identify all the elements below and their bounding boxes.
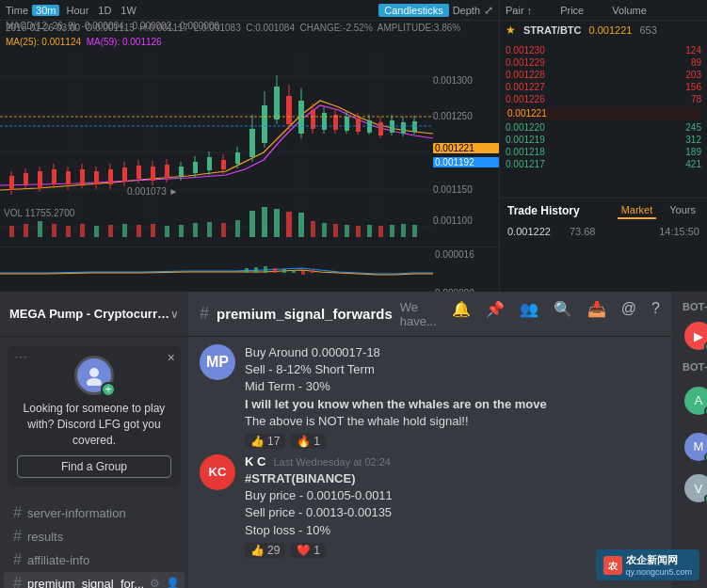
svg-text:0.001073 ►: 0.001073 ► xyxy=(127,186,178,197)
member-mp-bot[interactable]: M MP Bot BOT Listening to 2831/39035 On.… xyxy=(679,424,707,469)
pair-row[interactable]: ★ STRAT/BTC 0.001221 653 xyxy=(500,21,707,40)
lfg-avatar: + xyxy=(74,356,114,395)
price-labels: 0.001300 0.001250 0.001221 0.001192 0.00… xyxy=(433,49,499,246)
hash-icon: # xyxy=(200,304,209,324)
svg-rect-96 xyxy=(262,207,267,237)
msg-content-2: K C Last Wednesday at 02:24 #STRAT(BINAN… xyxy=(245,454,660,558)
tab-market[interactable]: Market xyxy=(618,202,657,219)
time-label: Time xyxy=(6,5,28,16)
user-icon: 👤 xyxy=(166,577,180,588)
svg-point-121 xyxy=(89,368,99,377)
expand-btn[interactable]: ⤢ xyxy=(484,4,493,17)
tab-yours[interactable]: Yours xyxy=(666,202,699,219)
svg-rect-87 xyxy=(137,225,141,237)
macd-formula: MACD(12, 26, 9): -0.000004, -0.000002, -… xyxy=(6,21,219,31)
svg-rect-109 xyxy=(412,225,417,237)
reaction-count-1: 17 xyxy=(267,435,280,448)
msg-buy: Buy price - 0.00105-0.0011 xyxy=(245,487,660,504)
pin-icon[interactable]: 📌 xyxy=(486,300,505,328)
svg-rect-89 xyxy=(165,226,169,237)
svg-rect-90 xyxy=(179,225,184,237)
member-mp-pump-timer[interactable]: ▶ MP Pump Timer BOT Playing Pump in 21:4… xyxy=(679,318,707,354)
30m-btn[interactable]: 30m xyxy=(32,5,59,16)
bell-icon[interactable]: 🔔 xyxy=(452,300,471,328)
close-icon[interactable]: × xyxy=(168,350,175,365)
msg-reactions-1: 👍 17 🔥 1 xyxy=(245,434,660,449)
channel-item-results[interactable]: # results xyxy=(4,525,185,548)
avatar-mp-pump-timer: ▶ xyxy=(684,322,707,350)
trade-vol: 73.68 xyxy=(570,226,596,237)
svg-rect-111 xyxy=(245,268,249,273)
svg-rect-78 xyxy=(9,226,14,237)
price-3: 0.001221 xyxy=(433,143,499,153)
channel-item-server-info[interactable]: # server-information xyxy=(4,501,185,524)
plus-icon: + xyxy=(101,382,116,397)
star-icon[interactable]: ★ xyxy=(506,24,516,37)
reaction-thumbs-2[interactable]: 👍 29 xyxy=(245,543,285,558)
svg-rect-84 xyxy=(94,226,99,237)
chart-toolbar: Time 30m Hour 1D 1W Candlesticks Depth ⤢ xyxy=(0,0,499,21)
svg-text:农: 农 xyxy=(607,561,619,571)
channel-item-premium[interactable]: # premium_signal_for... ⚙ 👤 xyxy=(4,572,185,588)
avatar-kc: KC xyxy=(200,454,235,490)
hour-btn[interactable]: Hour xyxy=(63,5,91,16)
svg-rect-88 xyxy=(151,224,155,237)
chevron-down-icon: ∨ xyxy=(170,308,179,321)
mention-icon[interactable]: @ xyxy=(621,300,636,328)
svg-rect-118 xyxy=(311,270,314,273)
members-icon[interactable]: 👥 xyxy=(520,300,538,328)
svg-rect-107 xyxy=(390,225,394,237)
svg-text:VOL 11755.2700: VOL 11755.2700 xyxy=(4,208,75,218)
candlestick-chart: 0.001073 ► VOL 11755.2700 xyxy=(0,49,433,246)
hash-icon: # xyxy=(13,504,22,521)
channel-name: server-information xyxy=(27,506,126,520)
col-pair: Pair ↑ xyxy=(506,5,532,16)
member-vortex[interactable]: V Vortex BOT Playing Type >>help xyxy=(679,470,707,506)
svg-rect-98 xyxy=(286,212,292,237)
svg-rect-85 xyxy=(108,225,113,237)
svg-rect-101 xyxy=(322,223,327,237)
channel-name: results xyxy=(27,530,63,544)
channel-item-affiliate[interactable]: # affiliate-info xyxy=(4,548,185,571)
msg-line-1: Buy Around 0.000017-18 xyxy=(245,344,660,361)
1d-btn[interactable]: 1D xyxy=(95,5,114,16)
channel-name: affiliate-info xyxy=(27,553,89,567)
candlesticks-btn[interactable]: Candlesticks xyxy=(378,4,448,17)
1w-btn[interactable]: 1W xyxy=(118,5,139,16)
svg-rect-80 xyxy=(38,221,42,237)
depth-btn[interactable]: Depth xyxy=(453,5,480,16)
hash-icon: # xyxy=(13,551,22,568)
svg-rect-95 xyxy=(249,211,255,237)
avatar-mp-pump: MP xyxy=(200,344,235,380)
svg-rect-83 xyxy=(80,224,85,237)
msg-timestamp-kc: Last Wednesday at 02:24 xyxy=(273,456,391,468)
pair-price: 0.001221 xyxy=(589,24,633,36)
chart-area: Time 30m Hour 1D 1W Candlesticks Depth ⤢… xyxy=(0,0,499,292)
reaction-heart[interactable]: ❤️ 1 xyxy=(291,543,326,558)
help-icon[interactable]: ? xyxy=(651,300,660,328)
msg-author-kc: K C xyxy=(245,454,265,469)
reaction-fire[interactable]: 🔥 1 xyxy=(291,434,326,449)
settings-icon[interactable]: ⚙ xyxy=(150,577,160,588)
inbox-icon[interactable]: 📥 xyxy=(587,300,606,328)
message-2: KC K C Last Wednesday at 02:24 #STRAT(BI… xyxy=(200,454,660,558)
svg-point-122 xyxy=(87,378,102,386)
find-group-button[interactable]: Find a Group xyxy=(17,455,171,478)
svg-rect-91 xyxy=(193,223,198,237)
svg-rect-114 xyxy=(273,268,277,273)
price-5: 0.001150 xyxy=(433,184,499,195)
bots-section-1: BOT—1 xyxy=(679,301,707,312)
member-altpocket[interactable]: A Altpocket BOT Watching #1 Bitcoin $110… xyxy=(679,378,707,422)
svg-rect-81 xyxy=(52,224,56,237)
col-price: Price xyxy=(560,5,584,16)
server-header[interactable]: MEGA Pump - Cryptocurre... ∨ xyxy=(0,292,188,337)
col-volume: Volume xyxy=(612,5,647,16)
header-desc: We have... xyxy=(400,300,437,328)
message-1: MP Buy Around 0.000017-18 Sell - 8-12% S… xyxy=(200,344,660,449)
hash-icon: # xyxy=(13,528,22,545)
channel-name: premium_signal_for... xyxy=(27,577,144,588)
svg-rect-93 xyxy=(221,223,226,237)
reaction-thumbs[interactable]: 👍 17 xyxy=(245,434,285,449)
search-icon[interactable]: 🔍 xyxy=(554,300,572,328)
price-2: 0.001250 xyxy=(433,111,499,121)
